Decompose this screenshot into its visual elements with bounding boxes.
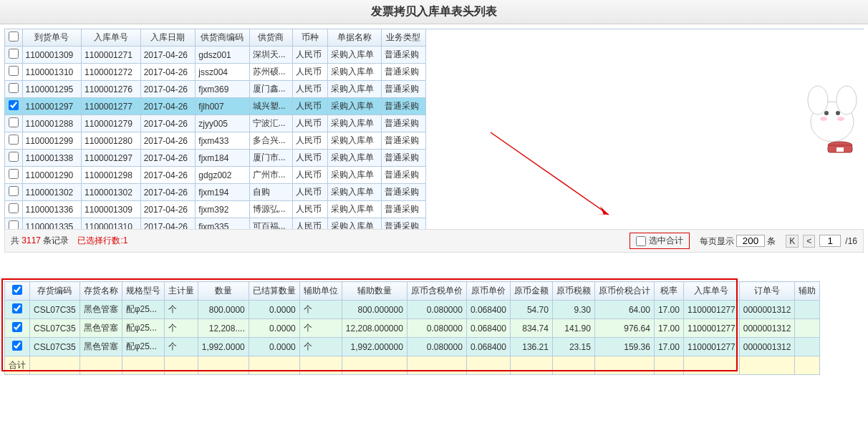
cell: 普通采购 [381,184,425,201]
main-col-1[interactable]: 入库单号 [82,29,141,47]
row-checkbox[interactable] [9,135,19,145]
cell: 采购入库单 [327,98,381,115]
sum-cell [654,356,683,375]
detail-col-3[interactable]: 主计量 [164,282,198,301]
detail-cell: 54.70 [510,301,552,319]
table-row[interactable]: 110000133511000013102017-04-26fjxm335可百福… [5,218,426,230]
detail-col-12[interactable]: 原币价税合计 [594,282,654,301]
table-row[interactable]: 110000130911000012712017-04-26gdsz001深圳天… [5,47,426,64]
row-checkbox[interactable] [9,100,19,110]
cell: fjxm335 [196,218,249,230]
row-checkbox[interactable] [9,49,19,59]
detail-col-4[interactable]: 数量 [198,282,249,301]
detail-col-15[interactable]: 订单号 [739,282,795,301]
main-col-2[interactable]: 入库日期 [140,29,196,47]
cell: 普通采购 [381,115,425,132]
detail-col-10[interactable]: 原币金额 [510,282,552,301]
main-col-7[interactable]: 业务类型 [381,29,425,47]
cell: 采购入库单 [327,184,381,201]
main-col-5[interactable]: 币种 [292,29,327,47]
cell: 2017-04-26 [140,81,196,98]
detail-cell: 136.21 [510,338,552,356]
detail-col-0[interactable]: 存货编码 [30,282,80,301]
main-col-6[interactable]: 单据名称 [327,29,381,47]
sum-label: 合计 [5,356,30,375]
table-row[interactable]: 110000130211000013022017-04-26fjxm194自购人… [5,184,426,201]
detail-table: 存货编码存货名称规格型号主计量数量已结算数量辅助单位辅助数量原币含税单价原币单价… [4,281,820,375]
detail-row[interactable]: CSL07C35黑色管塞配φ25...个1,992.00000.0000个1,9… [5,338,820,356]
row-checkbox[interactable] [9,186,19,196]
cell: 2017-04-26 [140,47,196,64]
detail-col-13[interactable]: 税率 [654,282,683,301]
sum-cell [739,356,795,375]
detail-col-11[interactable]: 原币税额 [552,282,594,301]
svg-point-7 [820,117,827,121]
table-row[interactable]: 110000129911000012802017-04-26fjxm433多合兴… [5,132,426,150]
detail-cell: CSL07C35 [30,301,80,319]
row-checkbox[interactable] [9,169,19,179]
detail-row-checkbox[interactable] [12,322,22,332]
page-size-box: 每页显示 条 [700,235,776,248]
detail-cell: 23.15 [552,338,594,356]
detail-col-6[interactable]: 辅助单位 [299,282,342,301]
main-col-0[interactable]: 到货单号 [22,29,82,47]
detail-col-2[interactable]: 规格型号 [122,282,164,301]
detail-col-16[interactable]: 辅助 [795,282,820,301]
cell: 1100001310 [22,64,82,81]
cell: 博源弘... [249,201,292,218]
cell: 采购入库单 [327,201,381,218]
page-size-input[interactable] [736,235,765,247]
first-page-button[interactable]: K [786,235,799,248]
table-row[interactable]: 110000133611000013092017-04-26fjxm392博源弘… [5,201,426,218]
cell: 人民币 [292,201,327,218]
detail-col-9[interactable]: 原币单价 [466,282,510,301]
select-all-checkbox[interactable] [9,31,19,42]
detail-cell: 0000001312 [739,319,795,338]
table-row[interactable]: 110000129511000012762017-04-26fjxm369厦门鑫… [5,81,426,98]
cell: fjxm369 [196,81,249,98]
page-number-input[interactable] [819,235,841,247]
detail-cell: 64.00 [594,301,654,319]
detail-col-7[interactable]: 辅助数量 [342,282,407,301]
row-checkbox[interactable] [9,220,19,229]
cell: 普通采购 [381,201,425,218]
detail-cell: 12,208.000000 [342,319,407,338]
detail-row[interactable]: CSL07C35黑色管塞配φ25...个12,208....0.0000个12,… [5,319,820,338]
prev-page-button[interactable]: < [803,235,815,248]
sum-cell [79,356,122,375]
detail-select-all-checkbox[interactable] [12,285,22,295]
row-checkbox[interactable] [9,83,19,93]
cell: 1100001302 [22,184,82,201]
cell: 2017-04-26 [140,132,196,150]
table-row[interactable]: 110000129711000012772017-04-26fjlh007城兴塑… [5,98,426,115]
cell: 1100001299 [22,132,82,150]
main-table: 到货单号入库单号入库日期供货商编码供货商币种单据名称业务类型 110000130… [5,29,426,229]
row-checkbox[interactable] [9,152,19,162]
detail-col-5[interactable]: 已结算数量 [249,282,299,301]
detail-cell: 个 [164,301,198,319]
row-checkbox[interactable] [9,203,19,213]
table-row[interactable]: 110000129011000012982017-04-26gdgz002广州市… [5,167,426,184]
detail-col-8[interactable]: 原币含税单价 [407,282,466,301]
select-sum-label: 选中合计 [649,235,683,247]
table-row[interactable]: 110000128811000012792017-04-26zjyy005宁波汇… [5,115,426,132]
table-row[interactable]: 110000133811000012972017-04-26fjxm184厦门市… [5,150,426,167]
detail-col-1[interactable]: 存货名称 [79,282,122,301]
select-sum-box[interactable]: 选中合计 [630,233,690,249]
cell: 采购入库单 [327,218,381,230]
detail-cell: 配φ25... [122,319,164,338]
cell: 1100001279 [82,115,141,132]
select-sum-checkbox[interactable] [636,236,646,246]
detail-row-checkbox[interactable] [12,341,22,351]
detail-row[interactable]: CSL07C35黑色管塞配φ25...个800.00000.0000个800.0… [5,301,820,319]
table-row[interactable]: 110000131011000012722017-04-26jssz004苏州硕… [5,64,426,81]
main-col-4[interactable]: 供货商 [249,29,292,47]
detail-cell: 0.080000 [407,301,466,319]
row-checkbox[interactable] [9,117,19,127]
detail-sum-row: 合计 [5,356,820,375]
main-col-3[interactable]: 供货商编码 [196,29,249,47]
detail-col-14[interactable]: 入库单号 [683,282,739,301]
detail-row-checkbox[interactable] [12,303,22,313]
row-checkbox[interactable] [9,66,19,76]
cell: fjlh007 [196,98,249,115]
